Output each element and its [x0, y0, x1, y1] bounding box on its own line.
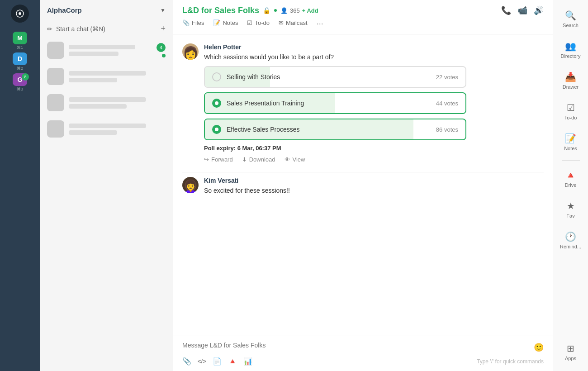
emoji-icon[interactable]: 🙂	[534, 342, 544, 352]
panel-drawer[interactable]: 📥 Drawer	[556, 66, 585, 95]
call-icon[interactable]: 📞	[501, 5, 511, 15]
icon-bar: M ⌘1 D ⌘2 G ⌘3 8	[0, 0, 40, 371]
forward-label: Forward	[211, 156, 233, 163]
more-icon[interactable]: ···	[317, 19, 323, 29]
poll-option-1[interactable]: Selling with Stories 22 votes	[204, 66, 466, 88]
search-label: Search	[563, 23, 579, 28]
workspace-g[interactable]: G ⌘3 8	[11, 73, 29, 91]
avatar-helen	[182, 43, 199, 60]
video-icon[interactable]: 📹	[517, 5, 527, 15]
workspace-m-shortcut: ⌘1	[17, 45, 23, 50]
panel-remind[interactable]: 🕐 Remind...	[556, 226, 585, 255]
panel-fav[interactable]: ★ Fav	[556, 195, 585, 224]
poll-option-3-content: Effective Sales Processes	[212, 125, 300, 134]
poll-option-3-label: Effective Sales Processes	[227, 126, 300, 133]
search-icon: 🔍	[565, 10, 576, 21]
notes-icon: 📝	[213, 19, 220, 26]
main-chat: L&D for Sales Folks 🔒 👤 365 + Add 📞 📹 🔊 …	[173, 0, 553, 371]
message-input[interactable]	[182, 342, 534, 349]
chat-header-actions: 📞 📹 🔊	[501, 5, 544, 15]
panel-drive[interactable]: 🔺 Drive	[556, 164, 585, 193]
item-lines	[69, 71, 166, 82]
poll-container: Which sessions would you like to be a pa…	[204, 53, 466, 163]
drawer-label: Drawer	[563, 84, 579, 90]
sidebar-item[interactable]: 4	[40, 37, 173, 63]
dropdown-icon[interactable]: ▼	[160, 7, 166, 14]
sidebar-header: AlphaCorp ▼	[40, 0, 173, 20]
panel-notes[interactable]: 📝 Notes	[556, 128, 585, 157]
tab-notes[interactable]: 📝 Notes	[213, 19, 238, 28]
download-icon: ⬇	[242, 156, 247, 163]
item-lines	[69, 45, 152, 56]
sidebar-title: AlphaCorp	[47, 6, 82, 14]
skeleton-line	[69, 97, 146, 102]
tab-todo[interactable]: ☑ To-do	[247, 19, 270, 28]
right-panel: 🔍 Search 👥 Directory 📥 Drawer ☑ To-do 📝 …	[553, 0, 588, 371]
forward-button[interactable]: ↪ Forward	[204, 156, 233, 163]
download-button[interactable]: ⬇ Download	[242, 156, 275, 163]
code-icon[interactable]: </>	[198, 358, 206, 365]
svg-point-1	[19, 12, 21, 15]
tab-mailcast[interactable]: ✉ Mailcast	[279, 19, 308, 28]
message-text-kim: So excited for these sessions!!	[204, 187, 544, 194]
poll-question: Which sessions would you like to be a pa…	[204, 53, 466, 61]
chart-icon[interactable]: 📊	[243, 357, 252, 366]
sender-helen: Helen Potter	[204, 43, 544, 51]
new-chat-label: Start a chat (⌘N)	[56, 25, 105, 33]
sidebar-item-content	[69, 71, 166, 82]
chat-header-top: L&D for Sales Folks 🔒 👤 365 + Add 📞 📹 🔊	[182, 5, 544, 15]
notes-icon: 📝	[565, 133, 576, 144]
sidebar-list: 4	[40, 37, 173, 371]
apps-icon: ⊞	[567, 343, 574, 354]
sidebar-item-content	[69, 97, 166, 109]
message-kim: Kim Versati So excited for these session…	[182, 177, 544, 194]
attach-icon[interactable]: 📎	[182, 357, 191, 366]
tab-files[interactable]: 📎 Files	[182, 19, 204, 28]
poll-expiry: Poll expiry: 6 Mar, 06:37 PM	[204, 145, 466, 152]
add-members-button[interactable]: + Add	[302, 7, 318, 14]
plus-icon[interactable]: +	[161, 24, 166, 33]
drive-icon[interactable]: 🔺	[228, 357, 237, 366]
new-chat-button[interactable]: ✏ Start a chat (⌘N) +	[40, 20, 173, 37]
poll-option-3[interactable]: Effective Sales Processes 86 votes	[204, 119, 466, 140]
forward-icon: ↪	[204, 156, 209, 163]
members-icon: 👤	[280, 7, 288, 14]
drive-label: Drive	[565, 182, 577, 188]
app-logo[interactable]	[11, 5, 29, 23]
chat-header: L&D for Sales Folks 🔒 👤 365 + Add 📞 📹 🔊 …	[173, 0, 553, 34]
panel-apps[interactable]: ⊞ Apps	[556, 338, 585, 366]
download-label: Download	[249, 156, 275, 163]
sidebar-item[interactable]	[40, 63, 173, 90]
poll-option-1-label: Selling with Stories	[227, 73, 280, 81]
avatar	[47, 42, 64, 59]
workspace-d[interactable]: D ⌘2	[11, 52, 29, 71]
poll-option-2[interactable]: Sales Presentation Training 44 votes	[204, 92, 466, 114]
input-hint: Type '/' for quick commands	[477, 358, 544, 365]
sidebar-item-content	[69, 45, 152, 56]
panel-todo[interactable]: ☑ To-do	[556, 97, 585, 126]
skeleton-line	[69, 78, 117, 82]
mailcast-label: Mailcast	[286, 19, 308, 26]
mailcast-icon: ✉	[279, 19, 284, 26]
unread-badge: 4	[156, 43, 166, 52]
workspace-d-letter: D	[13, 52, 27, 65]
message-toolbar: 📎 </> 📄 🔺 📊 Type '/' for quick commands	[182, 357, 544, 366]
fav-icon: ★	[567, 200, 575, 211]
volume-icon[interactable]: 🔊	[534, 5, 544, 15]
skeleton-line	[69, 71, 146, 76]
panel-search[interactable]: 🔍 Search	[556, 5, 585, 33]
sidebar-item-content	[69, 124, 166, 135]
notes-label: Notes	[564, 146, 577, 151]
sidebar-item[interactable]	[40, 90, 173, 116]
skeleton-line	[69, 130, 117, 135]
poll-radio-1	[212, 72, 221, 81]
chat-divider	[182, 172, 544, 172]
avatar	[47, 120, 64, 138]
view-button[interactable]: 👁 View	[285, 156, 305, 163]
document-icon[interactable]: 📄	[213, 357, 222, 366]
workspace-m[interactable]: M ⌘1	[11, 32, 29, 50]
sidebar-item[interactable]	[40, 116, 173, 142]
todo-label: To-do	[255, 19, 270, 26]
status-dot	[274, 9, 277, 12]
panel-directory[interactable]: 👥 Directory	[556, 35, 585, 64]
